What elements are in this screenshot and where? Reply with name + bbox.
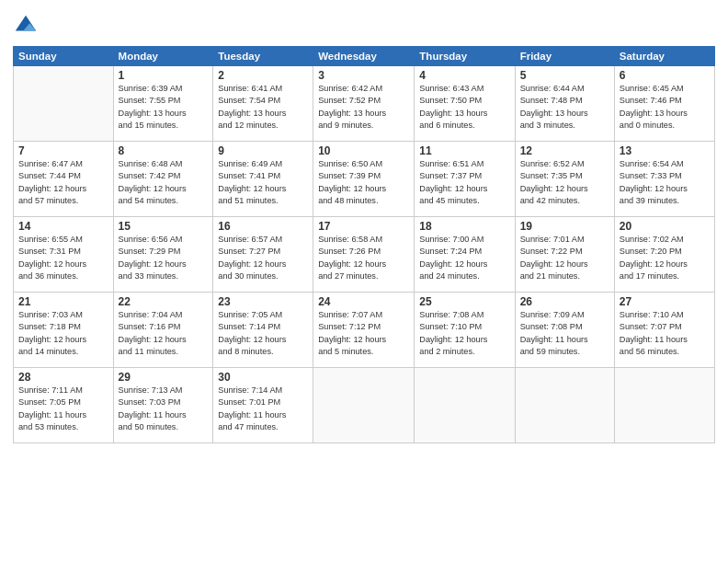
day-info: Sunrise: 6:52 AM Sunset: 7:35 PM Dayligh… — [520, 158, 609, 207]
week-row-5: 28Sunrise: 7:11 AM Sunset: 7:05 PM Dayli… — [14, 368, 715, 443]
day-cell — [515, 368, 614, 443]
day-number: 9 — [218, 144, 308, 157]
day-number: 4 — [419, 69, 509, 82]
day-number: 25 — [419, 295, 509, 308]
day-number: 14 — [18, 220, 108, 233]
day-header-tuesday: Tuesday — [213, 47, 313, 66]
day-info: Sunrise: 7:08 AM Sunset: 7:10 PM Dayligh… — [419, 309, 509, 358]
day-cell: 10Sunrise: 6:50 AM Sunset: 7:39 PM Dayli… — [313, 142, 415, 217]
day-cell — [313, 368, 415, 443]
day-info: Sunrise: 7:13 AM Sunset: 7:03 PM Dayligh… — [119, 385, 209, 433]
week-row-3: 14Sunrise: 6:55 AM Sunset: 7:31 PM Dayli… — [14, 217, 715, 293]
day-number: 15 — [119, 220, 209, 233]
day-number: 7 — [18, 144, 108, 157]
day-info: Sunrise: 7:05 AM Sunset: 7:14 PM Dayligh… — [218, 309, 308, 358]
day-number: 19 — [520, 220, 609, 233]
day-info: Sunrise: 6:39 AM Sunset: 7:55 PM Dayligh… — [119, 83, 209, 132]
logo-icon — [13, 13, 39, 39]
day-header-saturday: Saturday — [614, 47, 714, 66]
day-number: 12 — [520, 144, 609, 157]
day-info: Sunrise: 6:50 AM Sunset: 7:39 PM Dayligh… — [318, 158, 409, 207]
day-info: Sunrise: 7:10 AM Sunset: 7:07 PM Dayligh… — [620, 309, 710, 358]
day-cell: 23Sunrise: 7:05 AM Sunset: 7:14 PM Dayli… — [213, 293, 313, 368]
day-number: 30 — [218, 371, 308, 384]
page-container: SundayMondayTuesdayWednesdayThursdayFrid… — [0, 0, 728, 563]
day-cell: 24Sunrise: 7:07 AM Sunset: 7:12 PM Dayli… — [313, 293, 415, 368]
day-info: Sunrise: 7:11 AM Sunset: 7:05 PM Dayligh… — [18, 385, 108, 433]
day-number: 27 — [620, 295, 710, 308]
day-cell: 11Sunrise: 6:51 AM Sunset: 7:37 PM Dayli… — [415, 142, 515, 217]
day-cell: 27Sunrise: 7:10 AM Sunset: 7:07 PM Dayli… — [614, 293, 714, 368]
day-info: Sunrise: 7:04 AM Sunset: 7:16 PM Dayligh… — [119, 309, 209, 358]
day-info: Sunrise: 6:44 AM Sunset: 7:48 PM Dayligh… — [520, 83, 609, 132]
day-cell: 9Sunrise: 6:49 AM Sunset: 7:41 PM Daylig… — [213, 142, 313, 217]
logo — [13, 13, 41, 39]
day-cell: 30Sunrise: 7:14 AM Sunset: 7:01 PM Dayli… — [213, 368, 313, 443]
header — [13, 9, 715, 39]
day-cell: 17Sunrise: 6:58 AM Sunset: 7:26 PM Dayli… — [313, 217, 415, 293]
week-row-1: 1Sunrise: 6:39 AM Sunset: 7:55 PM Daylig… — [14, 66, 715, 142]
day-info: Sunrise: 6:58 AM Sunset: 7:26 PM Dayligh… — [318, 234, 409, 282]
header-row: SundayMondayTuesdayWednesdayThursdayFrid… — [14, 47, 715, 66]
day-info: Sunrise: 7:14 AM Sunset: 7:01 PM Dayligh… — [218, 385, 308, 433]
day-cell: 19Sunrise: 7:01 AM Sunset: 7:22 PM Dayli… — [515, 217, 614, 293]
day-number: 28 — [18, 371, 108, 384]
day-cell: 14Sunrise: 6:55 AM Sunset: 7:31 PM Dayli… — [14, 217, 114, 293]
day-info: Sunrise: 6:51 AM Sunset: 7:37 PM Dayligh… — [419, 158, 509, 207]
day-cell: 13Sunrise: 6:54 AM Sunset: 7:33 PM Dayli… — [614, 142, 714, 217]
day-header-thursday: Thursday — [415, 47, 515, 66]
day-number: 11 — [419, 144, 509, 157]
day-cell — [614, 368, 714, 443]
day-info: Sunrise: 6:48 AM Sunset: 7:42 PM Dayligh… — [119, 158, 209, 207]
day-cell: 12Sunrise: 6:52 AM Sunset: 7:35 PM Dayli… — [515, 142, 614, 217]
day-info: Sunrise: 6:47 AM Sunset: 7:44 PM Dayligh… — [18, 158, 108, 207]
day-number: 26 — [520, 295, 609, 308]
day-header-wednesday: Wednesday — [313, 47, 415, 66]
day-cell: 7Sunrise: 6:47 AM Sunset: 7:44 PM Daylig… — [14, 142, 114, 217]
day-cell: 3Sunrise: 6:42 AM Sunset: 7:52 PM Daylig… — [313, 66, 415, 142]
day-info: Sunrise: 6:56 AM Sunset: 7:29 PM Dayligh… — [119, 234, 209, 282]
day-cell — [14, 66, 114, 142]
day-cell: 21Sunrise: 7:03 AM Sunset: 7:18 PM Dayli… — [14, 293, 114, 368]
day-cell: 18Sunrise: 7:00 AM Sunset: 7:24 PM Dayli… — [415, 217, 515, 293]
day-number: 22 — [119, 295, 209, 308]
day-number: 20 — [620, 220, 710, 233]
day-number: 2 — [218, 69, 308, 82]
day-info: Sunrise: 7:01 AM Sunset: 7:22 PM Dayligh… — [520, 234, 609, 282]
day-number: 3 — [318, 69, 409, 82]
day-info: Sunrise: 6:55 AM Sunset: 7:31 PM Dayligh… — [18, 234, 108, 282]
day-info: Sunrise: 7:07 AM Sunset: 7:12 PM Dayligh… — [318, 309, 409, 358]
day-info: Sunrise: 7:03 AM Sunset: 7:18 PM Dayligh… — [18, 309, 108, 358]
day-number: 16 — [218, 220, 308, 233]
day-cell: 16Sunrise: 6:57 AM Sunset: 7:27 PM Dayli… — [213, 217, 313, 293]
day-cell: 29Sunrise: 7:13 AM Sunset: 7:03 PM Dayli… — [113, 368, 213, 443]
day-number: 1 — [119, 69, 209, 82]
day-info: Sunrise: 6:43 AM Sunset: 7:50 PM Dayligh… — [419, 83, 509, 132]
day-cell: 6Sunrise: 6:45 AM Sunset: 7:46 PM Daylig… — [614, 66, 714, 142]
day-number: 13 — [620, 144, 710, 157]
day-cell: 20Sunrise: 7:02 AM Sunset: 7:20 PM Dayli… — [614, 217, 714, 293]
day-header-friday: Friday — [515, 47, 614, 66]
day-number: 21 — [18, 295, 108, 308]
day-number: 17 — [318, 220, 409, 233]
day-number: 6 — [620, 69, 710, 82]
day-cell: 2Sunrise: 6:41 AM Sunset: 7:54 PM Daylig… — [213, 66, 313, 142]
day-cell: 25Sunrise: 7:08 AM Sunset: 7:10 PM Dayli… — [415, 293, 515, 368]
day-cell: 5Sunrise: 6:44 AM Sunset: 7:48 PM Daylig… — [515, 66, 614, 142]
week-row-2: 7Sunrise: 6:47 AM Sunset: 7:44 PM Daylig… — [14, 142, 715, 217]
day-number: 8 — [119, 144, 209, 157]
day-info: Sunrise: 6:57 AM Sunset: 7:27 PM Dayligh… — [218, 234, 308, 282]
day-number: 24 — [318, 295, 409, 308]
day-header-monday: Monday — [113, 47, 213, 66]
day-number: 23 — [218, 295, 308, 308]
day-cell — [415, 368, 515, 443]
day-info: Sunrise: 6:41 AM Sunset: 7:54 PM Dayligh… — [218, 83, 308, 132]
day-number: 5 — [520, 69, 609, 82]
day-info: Sunrise: 7:02 AM Sunset: 7:20 PM Dayligh… — [620, 234, 710, 282]
day-cell: 26Sunrise: 7:09 AM Sunset: 7:08 PM Dayli… — [515, 293, 614, 368]
day-cell: 4Sunrise: 6:43 AM Sunset: 7:50 PM Daylig… — [415, 66, 515, 142]
day-info: Sunrise: 6:45 AM Sunset: 7:46 PM Dayligh… — [620, 83, 710, 132]
calendar-table: SundayMondayTuesdayWednesdayThursdayFrid… — [13, 46, 715, 443]
day-number: 10 — [318, 144, 409, 157]
day-cell: 22Sunrise: 7:04 AM Sunset: 7:16 PM Dayli… — [113, 293, 213, 368]
